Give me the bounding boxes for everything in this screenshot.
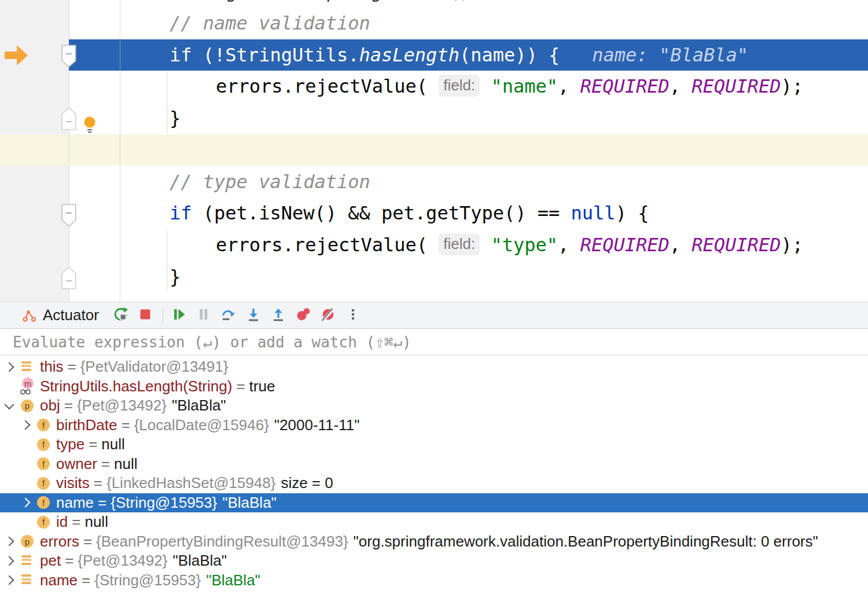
variable-row-type[interactable]: ftype=null [0, 435, 868, 454]
variable-value: true [249, 377, 275, 395]
variable-reference: {PetValidator@13491} [80, 358, 229, 376]
code-token: errors.rejectValue( [216, 75, 439, 97]
stop-button[interactable] [138, 308, 153, 323]
code-token: REQUIRED [580, 234, 670, 256]
code-token: (name)) { [459, 44, 560, 66]
variable-row-id[interactable]: fid=null [0, 512, 868, 532]
chevron-right-icon[interactable] [21, 498, 31, 508]
chevron-right-icon[interactable] [5, 556, 14, 566]
field-icon: f [36, 455, 51, 472]
variable-row-owner[interactable]: fowner=null [0, 454, 868, 474]
variable-value: null [84, 513, 108, 531]
equals-sign: = [94, 474, 102, 492]
variable-value: "BlaBla" [222, 494, 277, 512]
field-icon: f [36, 514, 51, 531]
variable-row-this[interactable]: this={PetValidator@13491} [0, 357, 868, 377]
mute-breakpoints-icon [321, 307, 336, 324]
step-over-button[interactable] [221, 308, 236, 323]
code-line[interactable]: if (!StringUtils.hasLength(name)) {name:… [0, 39, 868, 71]
code-token: "type" [491, 234, 558, 256]
fold-end-icon[interactable] [61, 107, 76, 133]
code-token: , [670, 75, 692, 97]
code-token: , [558, 75, 580, 97]
code-editor[interactable]: String name = pet.getName();// name vali… [0, 0, 868, 302]
more-button[interactable] [345, 308, 361, 323]
variable-row-birthdate[interactable]: fbirthDate={LocalDate@15946}"2000-11-11" [0, 416, 868, 435]
equals-sign: = [236, 377, 245, 395]
field-icon: f [36, 494, 51, 511]
variable-icon [20, 358, 35, 376]
code-line[interactable]: String name = pet.getName(); [0, 0, 868, 8]
pause-icon [196, 307, 211, 324]
variable-row-obj[interactable]: pobj={Pet@13492}"BlaBla" [0, 396, 868, 416]
watch-method-icon: m [20, 377, 35, 395]
code-line[interactable]: // name validation [0, 8, 868, 39]
code-line[interactable] [0, 134, 868, 166]
code-token: ); [781, 75, 803, 97]
variable-row-visits[interactable]: fvisits={LinkedHashSet@15948}size = 0 [0, 474, 868, 493]
variable-row-name[interactable]: fname={String@15953}"BlaBla" [0, 493, 868, 513]
variable-row-name[interactable]: name={String@15953}"BlaBla" [0, 571, 868, 591]
code-line[interactable]: if (pet.isNew() && pet.getType() == null… [0, 197, 868, 229]
debug-toolbar: Actuator [0, 302, 868, 329]
lightbulb-icon[interactable] [82, 115, 98, 140]
chevron-down-icon[interactable] [5, 399, 14, 409]
variables-panel: this={PetValidator@13491}mStringUtils.ha… [0, 355, 868, 605]
step-out-icon [271, 307, 286, 324]
rerun-icon [113, 307, 128, 324]
variable-row-errors[interactable]: perrors={BeanPropertyBindingResult@13493… [0, 532, 868, 552]
pause-button [196, 308, 211, 323]
chevron-right-icon[interactable] [5, 362, 14, 372]
variable-value: size = 0 [281, 474, 333, 492]
code-token [480, 234, 491, 256]
variable-value: null [101, 435, 124, 453]
resume-button[interactable] [171, 308, 186, 323]
mute-breakpoints-button[interactable] [321, 308, 336, 323]
evaluate-expression-input[interactable] [0, 329, 868, 355]
variable-reference: {Pet@13492} [77, 397, 167, 415]
fold-start-icon[interactable] [61, 45, 76, 70]
code-token: if [170, 202, 192, 224]
code-token: , [558, 234, 580, 256]
chevron-right-icon[interactable] [21, 420, 31, 430]
evaluate-expression-bar [0, 329, 868, 355]
equals-sign: = [122, 416, 130, 434]
code-token: "name" [491, 75, 558, 97]
code-token: null [571, 202, 616, 224]
equals-sign: = [89, 435, 97, 453]
step-into-button[interactable] [246, 308, 261, 323]
code-token: } [170, 107, 181, 129]
ide-debugger-window: String name = pet.getName();// name vali… [0, 0, 868, 605]
step-out-button[interactable] [271, 308, 286, 323]
chevron-right-icon[interactable] [5, 575, 14, 585]
parameter-hint-chip: field: [439, 75, 480, 97]
chevron-slot [5, 364, 20, 371]
code-line[interactable]: errors.rejectValue( field: "name", REQUI… [0, 71, 868, 102]
chevron-right-icon[interactable] [5, 537, 14, 547]
field-icon: f [36, 436, 51, 453]
code-token: String name = pet.getName(); [170, 0, 481, 2]
rerun-button[interactable] [113, 308, 128, 323]
actuator-icon [22, 308, 37, 323]
variable-name: owner [56, 455, 97, 473]
code-line[interactable]: // type validation [0, 166, 868, 198]
code-line[interactable]: } [0, 261, 868, 293]
variable-row-pet[interactable]: pet={Pet@13492}"BlaBla" [0, 551, 868, 571]
variable-reference: {String@15953} [94, 571, 201, 589]
variable-row-stringutils-haslength-string-[interactable]: mStringUtils.hasLength(String)=true [0, 377, 868, 397]
view-breakpoints-button[interactable] [296, 308, 311, 323]
kebab-menu-icon [345, 307, 361, 324]
variable-reference: {Pet@13492} [78, 552, 167, 570]
fold-start-icon[interactable] [61, 204, 76, 229]
variable-name: pet [40, 552, 61, 570]
variable-reference: {String@15953} [111, 494, 217, 512]
code-line[interactable]: errors.rejectValue( field: "type", REQUI… [0, 229, 868, 261]
variable-name: name [56, 494, 94, 512]
variable-icon [20, 552, 35, 570]
fold-end-icon[interactable] [61, 266, 76, 292]
resume-icon [171, 307, 186, 324]
equals-sign: = [67, 358, 76, 376]
code-line[interactable]: } [0, 102, 868, 134]
variable-name: errors [40, 533, 79, 551]
field-icon: f [36, 416, 51, 434]
